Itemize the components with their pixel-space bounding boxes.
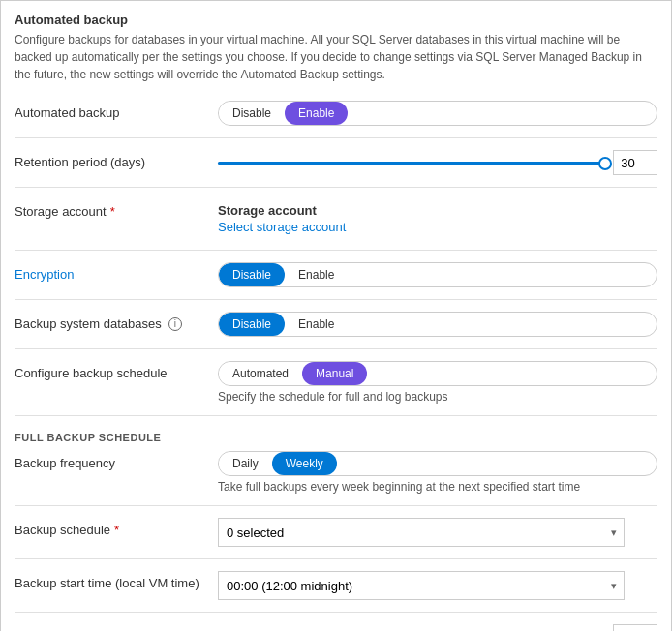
storage-account-label: Storage account * — [15, 199, 218, 219]
full-backup-window-label: Full backup time window (hours) — [15, 624, 218, 631]
backup-start-time-select[interactable]: 00:00 (12:00 midnight) — [218, 571, 625, 600]
encryption-enable-btn[interactable]: Enable — [285, 263, 348, 286]
divider-3 — [15, 250, 657, 251]
configure-schedule-content: Automated Manual Specify the schedule fo… — [218, 361, 657, 404]
main-container: Automated backup Configure backups for d… — [0, 0, 672, 631]
backup-start-time-label: Backup start time (local VM time) — [15, 571, 218, 590]
divider-6 — [15, 415, 657, 416]
full-backup-window-slider-row — [218, 624, 657, 631]
storage-account-heading: Storage account — [218, 203, 657, 218]
backup-frequency-row: Backup frequency Daily Weekly Take full … — [15, 447, 657, 497]
divider-1 — [15, 137, 657, 138]
backup-schedule-dropdown-wrapper: 0 selected ▾ — [218, 518, 625, 547]
backup-system-db-row: Backup system databases i Disable Enable — [15, 308, 657, 341]
configure-automated-btn[interactable]: Automated — [219, 362, 302, 385]
backup-frequency-label: Backup frequency — [15, 451, 218, 470]
automated-backup-enable-btn[interactable]: Enable — [285, 102, 348, 125]
retention-label: Retention period (days) — [15, 150, 218, 169]
automated-backup-disable-btn[interactable]: Disable — [219, 102, 285, 125]
automated-backup-row: Automated backup Disable Enable — [15, 97, 657, 130]
automated-backup-content: Disable Enable — [218, 101, 657, 126]
full-backup-window-input[interactable] — [613, 624, 657, 631]
encryption-row: Encryption Disable Enable — [15, 258, 657, 291]
retention-value-input[interactable] — [613, 150, 657, 175]
divider-9 — [15, 612, 657, 613]
backup-start-time-row: Backup start time (local VM time) 00:00 … — [15, 567, 657, 604]
backup-weekly-btn[interactable]: Weekly — [272, 452, 337, 475]
encryption-toggle-group: Disable Enable — [218, 262, 657, 287]
backup-frequency-content: Daily Weekly Take full backups every wee… — [218, 451, 657, 494]
backup-schedule-row: Backup schedule * 0 selected ▾ — [15, 514, 657, 551]
page-title: Automated backup — [15, 13, 657, 27]
configure-manual-btn[interactable]: Manual — [302, 362, 367, 385]
configure-schedule-toggle-group: Automated Manual — [218, 361, 657, 386]
backup-start-time-content: 00:00 (12:00 midnight) ▾ — [218, 571, 657, 600]
backup-frequency-toggle-group: Daily Weekly — [218, 451, 657, 476]
retention-slider-fill — [218, 162, 605, 165]
backup-system-db-enable-btn[interactable]: Enable — [285, 313, 348, 336]
full-backup-heading: FULL BACKUP SCHEDULE — [15, 424, 657, 447]
retention-slider-track[interactable] — [218, 162, 605, 165]
encryption-label: Encryption — [15, 262, 218, 282]
backup-system-db-label: Backup system databases i — [15, 312, 218, 331]
backup-schedule-content: 0 selected ▾ — [218, 518, 657, 547]
backup-system-db-content: Disable Enable — [218, 312, 657, 337]
retention-slider-row — [218, 150, 657, 175]
full-backup-window-row: Full backup time window (hours) — [15, 620, 657, 631]
backup-schedule-required: * — [114, 523, 119, 537]
full-backup-window-content — [218, 624, 657, 631]
encryption-content: Disable Enable — [218, 262, 657, 287]
divider-4 — [15, 299, 657, 300]
storage-account-row: Storage account * Storage account Select… — [15, 195, 657, 242]
backup-schedule-label: Backup schedule * — [15, 518, 218, 537]
retention-slider-thumb[interactable] — [598, 157, 612, 170]
backup-system-db-disable-btn[interactable]: Disable — [219, 313, 285, 336]
encryption-disable-btn[interactable]: Disable — [219, 263, 285, 286]
storage-account-required: * — [110, 204, 115, 219]
backup-daily-btn[interactable]: Daily — [219, 452, 272, 475]
backup-schedule-select[interactable]: 0 selected — [218, 518, 625, 547]
automated-backup-label: Automated backup — [15, 101, 218, 120]
retention-row: Retention period (days) — [15, 146, 657, 179]
automated-backup-toggle-group: Disable Enable — [218, 101, 657, 126]
configure-schedule-row: Configure backup schedule Automated Manu… — [15, 357, 657, 407]
backup-start-time-dropdown-wrapper: 00:00 (12:00 midnight) ▾ — [218, 571, 625, 600]
divider-8 — [15, 558, 657, 559]
retention-content — [218, 150, 657, 175]
divider-2 — [15, 187, 657, 188]
storage-account-content: Storage account Select storage account — [218, 199, 657, 238]
configure-schedule-hint: Specify the schedule for full and log ba… — [218, 388, 657, 404]
backup-frequency-hint: Take full backups every week beginning a… — [218, 478, 657, 494]
configure-schedule-label: Configure backup schedule — [15, 361, 218, 380]
select-storage-account-link[interactable]: Select storage account — [218, 220, 657, 234]
divider-5 — [15, 348, 657, 349]
backup-system-db-info-icon[interactable]: i — [168, 317, 182, 331]
page-description: Configure backups for databases in your … — [15, 31, 657, 83]
backup-system-db-toggle-group: Disable Enable — [218, 312, 657, 337]
divider-7 — [15, 505, 657, 506]
